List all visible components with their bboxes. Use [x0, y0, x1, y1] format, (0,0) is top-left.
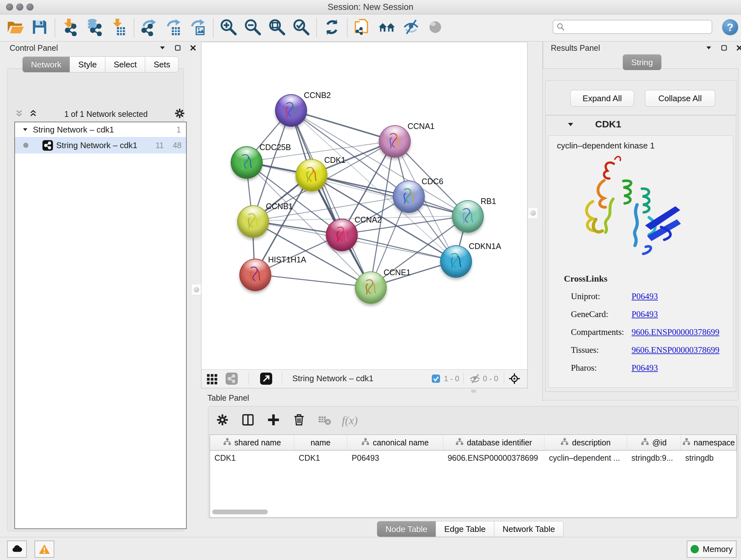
- crosslink-pharos-link[interactable]: P06493: [631, 363, 658, 373]
- cell-databaseidentifier[interactable]: 9606.ENSP00000378699: [443, 450, 545, 465]
- import-database-button[interactable]: [82, 16, 107, 39]
- network-collection-row[interactable]: String Network – cdk1 1: [15, 122, 186, 137]
- export-network-button[interactable]: [137, 16, 161, 39]
- float-panel-icon[interactable]: [174, 44, 181, 51]
- tab-edge-table[interactable]: Edge Table: [436, 521, 494, 537]
- tab-network[interactable]: Network: [22, 57, 70, 72]
- float-panel-icon[interactable]: [721, 44, 728, 51]
- open-session-button[interactable]: [3, 16, 27, 39]
- column-header-canonicalname[interactable]: canonical name: [347, 435, 443, 450]
- network-column-icon: [560, 437, 569, 448]
- table-options-gear-icon: [216, 413, 229, 428]
- string-results-container: Expand All Collapse All CDK1 cyclin–depe…: [542, 68, 738, 400]
- birds-eye-icon[interactable]: [509, 372, 521, 385]
- column-header-namespace[interactable]: namespace: [681, 435, 737, 450]
- network-node-cdc6[interactable]: [393, 180, 425, 213]
- delete-column-button[interactable]: [291, 412, 307, 429]
- save-session-button[interactable]: [27, 16, 52, 39]
- string-network-badge-icon: [43, 140, 53, 151]
- collapse-gene-caret-icon[interactable]: [567, 121, 575, 128]
- panel-menu-icon[interactable]: [705, 44, 712, 51]
- zoom-in-button[interactable]: [216, 16, 241, 39]
- collapse-all-networks-icon[interactable]: [14, 109, 24, 119]
- status-bar: Memory: [0, 537, 741, 560]
- import-network-button[interactable]: [58, 16, 82, 39]
- refresh-layout-button[interactable]: [320, 16, 344, 39]
- collection-caret-icon[interactable]: [22, 126, 28, 133]
- network-node-ccna1[interactable]: [379, 125, 411, 158]
- column-header-sharedname[interactable]: shared name: [210, 435, 294, 450]
- search-field[interactable]: [553, 20, 712, 34]
- add-column-button[interactable]: [265, 412, 282, 429]
- network-node-cdkn1a[interactable]: [440, 245, 472, 278]
- tab-style[interactable]: Style: [70, 57, 105, 72]
- network-node-cdc25b[interactable]: [231, 146, 263, 179]
- network-node-ccne1[interactable]: [355, 271, 387, 304]
- hide-show-button[interactable]: [399, 16, 423, 39]
- network-node-ccna2[interactable]: [326, 219, 358, 251]
- network-row-selected[interactable]: String Network – cdk1 11 48: [15, 137, 186, 153]
- copy-session-button[interactable]: [350, 16, 375, 39]
- network-canvas[interactable]: CCNB2CCNA1CDC25BCDK1CDC6RB1CCNB1CCNA2CDK…: [201, 42, 527, 369]
- cell-canonicalname[interactable]: P06493: [347, 450, 443, 465]
- column-header-description[interactable]: description: [544, 435, 627, 450]
- cloud-status-button[interactable]: [7, 541, 27, 558]
- tab-string[interactable]: String: [623, 54, 662, 70]
- network-node-ccnb2[interactable]: [275, 94, 307, 127]
- zoom-selected-button[interactable]: [289, 16, 313, 39]
- tab-select[interactable]: Select: [105, 57, 145, 72]
- cell-name[interactable]: CDK1: [294, 450, 347, 465]
- close-panel-icon[interactable]: [190, 44, 197, 51]
- column-header-name[interactable]: name: [294, 435, 347, 450]
- cell-sharedname[interactable]: CDK1: [210, 450, 294, 465]
- expand-all-networks-icon[interactable]: [28, 109, 38, 119]
- network-edge[interactable]: [341, 234, 455, 261]
- open-in-window-icon[interactable]: [260, 372, 272, 385]
- inactive-toggle-button[interactable]: [423, 16, 448, 39]
- zoom-out-button[interactable]: [241, 16, 265, 39]
- cell-description[interactable]: cyclin–dependent ...: [544, 450, 627, 465]
- column-header-id[interactable]: @id: [627, 435, 681, 450]
- close-panel-icon[interactable]: [736, 44, 741, 51]
- cell-namespace[interactable]: stringdb: [681, 450, 737, 465]
- right-splitter-grip[interactable]: [528, 207, 538, 219]
- zoom-out-icon: [244, 18, 262, 37]
- network-node-ccnb1[interactable]: [237, 205, 269, 238]
- table-horizontal-scrollbar[interactable]: [212, 509, 268, 514]
- network-overview-icon[interactable]: [226, 372, 238, 385]
- warnings-button[interactable]: [35, 541, 54, 558]
- table-row[interactable]: CDK1CDK1P064939606.ENSP00000378699cyclin…: [210, 450, 737, 465]
- help-button[interactable]: ?: [722, 19, 738, 35]
- tab-node-table[interactable]: Node Table: [377, 521, 436, 537]
- column-header-databaseidentifier[interactable]: database identifier: [443, 435, 545, 450]
- network-node-rb1[interactable]: [452, 200, 484, 233]
- expand-all-button[interactable]: Expand All: [570, 90, 634, 107]
- network-node-cdk1[interactable]: [295, 159, 327, 192]
- crosslink-genecard-link[interactable]: P06493: [631, 309, 658, 319]
- memory-button[interactable]: Memory: [687, 541, 737, 558]
- show-columns-button[interactable]: [240, 412, 256, 429]
- network-node-hist1h1a[interactable]: [239, 259, 271, 291]
- search-input[interactable]: [567, 22, 709, 32]
- show-all-networks-button[interactable]: [375, 16, 399, 39]
- gene-description: cyclin–dependent kinase 1: [557, 141, 655, 151]
- crosslink-tissues-link[interactable]: 9606.ENSP00000378699: [631, 345, 719, 355]
- network-edge[interactable]: [311, 175, 467, 216]
- export-table-button[interactable]: [161, 16, 186, 39]
- crosslink-uniprot-link[interactable]: P06493: [631, 292, 658, 301]
- export-image-button[interactable]: [186, 16, 210, 39]
- selected-checkbox[interactable]: [432, 372, 440, 385]
- zoom-fit-button[interactable]: [265, 16, 289, 39]
- grid-view-icon[interactable]: [206, 372, 218, 385]
- crosslink-compartments-link[interactable]: 9606.ENSP00000378699: [631, 327, 719, 337]
- network-options-gear-icon[interactable]: [174, 108, 185, 120]
- panel-menu-icon[interactable]: [159, 44, 166, 51]
- left-splitter-grip[interactable]: [191, 284, 201, 295]
- table-options-gear-button[interactable]: [214, 412, 231, 429]
- import-table-button[interactable]: [107, 16, 131, 39]
- tab-network-table[interactable]: Network Table: [494, 521, 563, 537]
- collapse-all-button[interactable]: Collapse All: [645, 90, 715, 107]
- network-edge[interactable]: [255, 274, 370, 287]
- tab-sets[interactable]: Sets: [145, 57, 179, 72]
- cell-id[interactable]: stringdb:9...: [627, 450, 681, 465]
